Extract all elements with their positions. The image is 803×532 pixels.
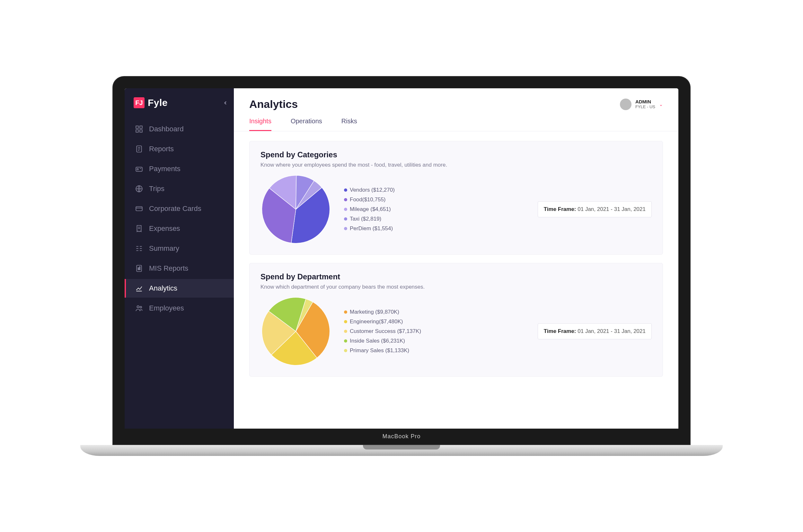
laptop-frame: FJ Fyle ‹‹ DashboardReportsPaymentsTrips… bbox=[112, 76, 691, 456]
brand-logo[interactable]: FJ Fyle bbox=[134, 97, 168, 108]
legend-item: Engineering($7,480K) bbox=[344, 319, 525, 325]
sidebar-item-label: Summary bbox=[149, 244, 179, 253]
sidebar-item-expenses[interactable]: Expenses bbox=[125, 219, 234, 238]
legend-swatch bbox=[344, 198, 347, 201]
main: Analytics ADMIN FYLE - US ⌄ InsightsOper… bbox=[234, 88, 678, 429]
tabs: InsightsOperationsRisks bbox=[234, 111, 678, 131]
svg-rect-24 bbox=[139, 267, 140, 270]
legend-item: Marketing ($9,870K) bbox=[344, 309, 525, 315]
tab-insights[interactable]: Insights bbox=[249, 117, 272, 131]
sidebar-item-reports[interactable]: Reports bbox=[125, 140, 234, 158]
card-subtitle: Know where your employees spend the most… bbox=[261, 162, 652, 168]
sidebar-item-mis-reports[interactable]: MIS Reports bbox=[125, 259, 234, 278]
svg-rect-0 bbox=[136, 126, 138, 129]
app-screen: FJ Fyle ‹‹ DashboardReportsPaymentsTrips… bbox=[125, 88, 678, 429]
legend-label: Primary Sales ($1,133K) bbox=[350, 347, 409, 354]
user-org: FYLE - US bbox=[635, 104, 655, 110]
svg-rect-3 bbox=[140, 130, 142, 132]
avatar-icon bbox=[620, 99, 632, 110]
svg-rect-2 bbox=[136, 130, 138, 132]
legend-label: Engineering($7,480K) bbox=[350, 319, 403, 325]
tab-risks[interactable]: Risks bbox=[341, 117, 357, 131]
timeframe-value: 01 Jan, 2021 - 31 Jan, 2021 bbox=[578, 206, 646, 212]
user-menu[interactable]: ADMIN FYLE - US ⌄ bbox=[620, 99, 663, 110]
sidebar-item-payments[interactable]: Payments bbox=[125, 159, 234, 178]
page-title: Analytics bbox=[249, 98, 298, 111]
dashboard-icon bbox=[135, 125, 143, 133]
svg-point-26 bbox=[137, 306, 139, 308]
legend-swatch bbox=[344, 227, 347, 230]
svg-rect-23 bbox=[138, 268, 139, 270]
content: Spend by Categories Know where your empl… bbox=[234, 131, 678, 429]
sidebar: FJ Fyle ‹‹ DashboardReportsPaymentsTrips… bbox=[125, 88, 234, 429]
reports-icon bbox=[135, 145, 143, 153]
sidebar-item-employees[interactable]: Employees bbox=[125, 299, 234, 318]
legend-label: PerDiem ($1,554) bbox=[350, 225, 393, 232]
brand-name: Fyle bbox=[148, 97, 168, 108]
tab-operations[interactable]: Operations bbox=[291, 117, 322, 131]
sidebar-item-trips[interactable]: Trips bbox=[125, 179, 234, 198]
summary-icon bbox=[135, 244, 143, 253]
legend-label: Food($10,755) bbox=[350, 196, 386, 203]
user-role: ADMIN bbox=[635, 99, 655, 104]
legend-item: Primary Sales ($1,133K) bbox=[344, 347, 525, 354]
card-spend-by-department: Spend by Department Know which departmen… bbox=[249, 263, 663, 377]
legend-swatch bbox=[344, 330, 347, 333]
expenses-icon bbox=[135, 224, 143, 233]
card-spend-by-categories: Spend by Categories Know where your empl… bbox=[249, 141, 663, 254]
sidebar-item-label: Corporate Cards bbox=[149, 205, 201, 213]
svg-point-9 bbox=[137, 169, 138, 170]
legend-swatch bbox=[344, 349, 347, 352]
sidebar-item-summary[interactable]: Summary bbox=[125, 239, 234, 258]
legend-label: Customer Success ($7,137K) bbox=[350, 328, 421, 335]
legend-label: Mileage ($4,651) bbox=[350, 206, 391, 212]
sidebar-item-dashboard[interactable]: Dashboard bbox=[125, 120, 234, 138]
timeframe-selector[interactable]: Time Frame: 01 Jan, 2021 - 31 Jan, 2021 bbox=[538, 201, 652, 217]
sidebar-item-label: MIS Reports bbox=[149, 264, 188, 272]
legend-item: Mileage ($4,651) bbox=[344, 206, 525, 212]
sidebar-item-label: Analytics bbox=[149, 284, 177, 292]
card-title: Spend by Categories bbox=[261, 150, 652, 159]
svg-rect-12 bbox=[136, 207, 142, 211]
timeframe-value: 01 Jan, 2021 - 31 Jan, 2021 bbox=[578, 328, 646, 334]
sidebar-item-analytics[interactable]: Analytics bbox=[125, 279, 234, 298]
sidebar-item-label: Reports bbox=[149, 145, 174, 153]
legend-department: Marketing ($9,870K)Engineering($7,480K)C… bbox=[344, 309, 525, 354]
legend-swatch bbox=[344, 208, 347, 211]
corporate-cards-icon bbox=[135, 205, 143, 213]
sidebar-item-corporate-cards[interactable]: Corporate Cards bbox=[125, 200, 234, 218]
legend-item: Inside Sales ($6,231K) bbox=[344, 338, 525, 344]
legend-categories: Vendors ($12,270)Food($10,755)Mileage ($… bbox=[344, 187, 525, 232]
laptop-base bbox=[80, 445, 723, 456]
svg-rect-22 bbox=[136, 265, 141, 272]
employees-icon bbox=[135, 304, 143, 312]
timeframe-label: Time Frame: bbox=[544, 206, 576, 212]
legend-item: Vendors ($12,270) bbox=[344, 187, 525, 193]
legend-swatch bbox=[344, 188, 347, 192]
timeframe-selector[interactable]: Time Frame: 01 Jan, 2021 - 31 Jan, 2021 bbox=[538, 323, 652, 339]
sidebar-item-label: Payments bbox=[149, 165, 181, 173]
card-title: Spend by Department bbox=[261, 272, 652, 281]
payments-icon bbox=[135, 165, 143, 173]
sidebar-collapse-icon[interactable]: ‹‹ bbox=[224, 99, 225, 107]
legend-swatch bbox=[344, 339, 347, 343]
legend-swatch bbox=[344, 320, 347, 323]
chevron-down-icon: ⌄ bbox=[659, 102, 663, 107]
sidebar-item-label: Trips bbox=[149, 185, 165, 193]
brand-mark: FJ bbox=[134, 97, 145, 108]
legend-item: Taxi ($2,819) bbox=[344, 216, 525, 222]
sidebar-item-label: Expenses bbox=[149, 224, 180, 233]
analytics-icon bbox=[135, 284, 143, 292]
legend-swatch bbox=[344, 217, 347, 221]
legend-label: Taxi ($2,819) bbox=[350, 216, 381, 222]
mis-reports-icon bbox=[135, 264, 143, 272]
sidebar-nav: DashboardReportsPaymentsTripsCorporate C… bbox=[125, 120, 234, 318]
timeframe-label: Time Frame: bbox=[544, 328, 576, 334]
legend-item: Food($10,755) bbox=[344, 196, 525, 203]
sidebar-item-label: Employees bbox=[149, 304, 184, 312]
trips-icon bbox=[135, 185, 143, 193]
card-subtitle: Know which department of your company be… bbox=[261, 284, 652, 290]
laptop-label: MacBook Pro bbox=[382, 433, 421, 439]
laptop-notch bbox=[363, 445, 440, 450]
legend-label: Inside Sales ($6,231K) bbox=[350, 338, 405, 344]
